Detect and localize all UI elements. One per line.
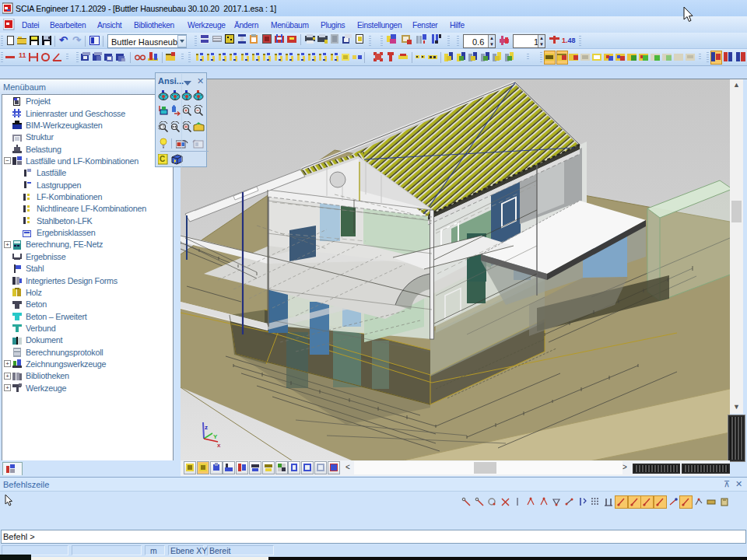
svg-text:C: C: [160, 155, 165, 163]
svg-text:z: z: [205, 424, 208, 431]
svg-text:Y: Y: [213, 433, 218, 440]
svg-text:x: x: [217, 442, 221, 449]
